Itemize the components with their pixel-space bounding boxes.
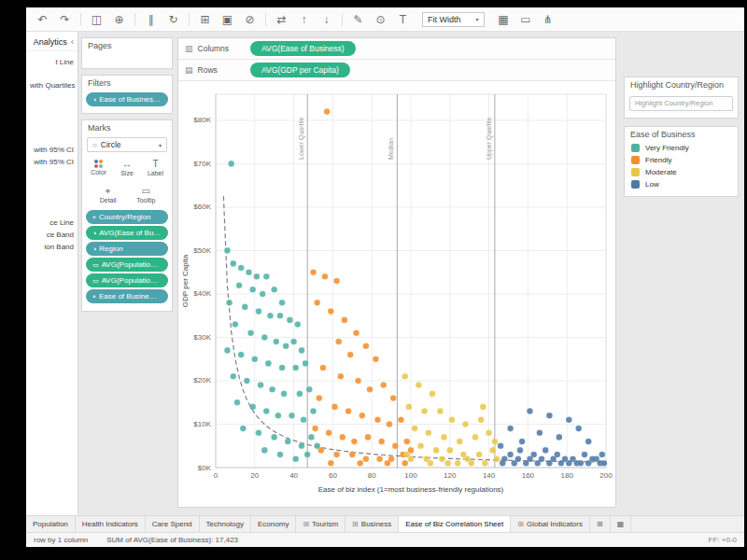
data-point[interactable] bbox=[247, 330, 254, 337]
data-point[interactable] bbox=[318, 447, 325, 454]
data-point[interactable] bbox=[322, 273, 329, 280]
data-point[interactable] bbox=[304, 452, 311, 458]
data-point[interactable] bbox=[308, 434, 315, 441]
data-point[interactable] bbox=[279, 300, 286, 306]
new-worksheet-tab-icon[interactable]: ⊞ bbox=[590, 516, 611, 532]
sheet-tab[interactable]: ⊞Business bbox=[345, 516, 399, 532]
data-point[interactable] bbox=[539, 455, 545, 462]
data-point[interactable] bbox=[249, 404, 256, 411]
add-data-icon[interactable]: ⊕ bbox=[112, 14, 126, 25]
highlight-icon[interactable]: ✎ bbox=[351, 14, 365, 25]
data-point[interactable] bbox=[478, 417, 485, 424]
data-point[interactable] bbox=[380, 382, 387, 388]
data-point[interactable] bbox=[439, 455, 445, 462]
data-point[interactable] bbox=[310, 408, 317, 414]
data-point[interactable] bbox=[285, 439, 291, 445]
data-point[interactable] bbox=[331, 404, 338, 411]
data-point[interactable] bbox=[447, 447, 454, 454]
data-point[interactable] bbox=[335, 339, 342, 345]
data-point[interactable] bbox=[355, 378, 361, 385]
data-point[interactable] bbox=[314, 300, 320, 306]
data-point[interactable] bbox=[310, 269, 317, 275]
data-point[interactable] bbox=[599, 452, 606, 458]
fit-dropdown[interactable]: Fit Width▾ bbox=[422, 12, 485, 27]
data-point[interactable] bbox=[224, 347, 231, 354]
data-point[interactable] bbox=[363, 455, 370, 462]
data-point[interactable] bbox=[462, 421, 469, 427]
analytics-item[interactable]: ce Band bbox=[26, 229, 78, 241]
data-point[interactable] bbox=[295, 321, 302, 328]
sheet-tab[interactable]: ⊞Tourism bbox=[296, 516, 345, 532]
data-point[interactable] bbox=[406, 404, 413, 411]
rows-pill[interactable]: AVG(GDP per Capita) bbox=[250, 63, 350, 77]
data-point[interactable] bbox=[437, 408, 444, 414]
data-point[interactable] bbox=[412, 426, 418, 432]
data-point[interactable] bbox=[287, 317, 293, 324]
analytics-item[interactable]: ce Line bbox=[26, 217, 78, 229]
data-point[interactable] bbox=[261, 447, 268, 454]
data-point[interactable] bbox=[575, 426, 582, 432]
data-point[interactable] bbox=[231, 373, 237, 380]
data-point[interactable] bbox=[492, 439, 499, 445]
data-point[interactable] bbox=[303, 360, 309, 367]
label-button[interactable]: TLabel bbox=[142, 155, 170, 180]
data-point[interactable] bbox=[482, 460, 488, 467]
highlight-input[interactable] bbox=[629, 96, 733, 111]
data-point[interactable] bbox=[507, 426, 514, 432]
share-icon[interactable]: ⋔ bbox=[542, 14, 556, 25]
data-point[interactable] bbox=[357, 460, 363, 467]
legend-item[interactable]: Friendly bbox=[625, 154, 738, 166]
data-point[interactable] bbox=[373, 356, 379, 362]
data-point[interactable] bbox=[416, 382, 422, 388]
data-point[interactable] bbox=[444, 460, 451, 467]
data-point[interactable] bbox=[297, 391, 303, 398]
data-point[interactable] bbox=[324, 108, 331, 115]
analytics-item[interactable]: with Quartiles bbox=[26, 79, 78, 91]
data-point[interactable] bbox=[441, 434, 447, 441]
clear-sheet-icon[interactable]: ⊘ bbox=[243, 14, 257, 25]
data-point[interactable] bbox=[585, 439, 592, 445]
data-point[interactable] bbox=[275, 413, 282, 419]
data-point[interactable] bbox=[328, 460, 334, 467]
legend-item[interactable]: Low bbox=[625, 178, 738, 190]
detail-button[interactable]: ⌖Detail bbox=[94, 182, 122, 207]
data-point[interactable] bbox=[374, 417, 381, 424]
run-update-icon[interactable]: ↻ bbox=[166, 14, 180, 25]
mark-type-dropdown[interactable]: ○ Circle ▾ bbox=[87, 137, 167, 152]
data-point[interactable] bbox=[449, 417, 456, 424]
marks-pill[interactable]: ▭AVG(Population (… bbox=[86, 273, 168, 287]
data-point[interactable] bbox=[271, 287, 277, 293]
data-point[interactable] bbox=[404, 452, 411, 458]
marks-pill[interactable]: ◑Region bbox=[86, 242, 168, 256]
data-point[interactable] bbox=[546, 413, 553, 419]
sort-ascending-icon[interactable]: ↑ bbox=[297, 14, 311, 25]
save-icon[interactable]: ◫ bbox=[90, 14, 104, 25]
data-point[interactable] bbox=[333, 452, 340, 458]
data-point[interactable] bbox=[601, 460, 608, 467]
rows-shelf[interactable]: ▤ Rows AVG(GDP per Capita) bbox=[178, 60, 615, 81]
redo-icon[interactable]: ↷ bbox=[58, 14, 72, 25]
filter-pill[interactable]: ◑ Ease of Business (cl.. bbox=[86, 92, 168, 106]
data-point[interactable] bbox=[224, 247, 231, 254]
data-point[interactable] bbox=[378, 439, 385, 445]
data-point[interactable] bbox=[363, 343, 370, 350]
analytics-item[interactable]: with 95% CI bbox=[26, 144, 78, 156]
data-point[interactable] bbox=[258, 382, 264, 388]
data-point[interactable] bbox=[244, 378, 250, 385]
data-point[interactable] bbox=[328, 308, 334, 315]
data-point[interactable] bbox=[550, 455, 557, 462]
data-point[interactable] bbox=[299, 442, 305, 449]
data-point[interactable] bbox=[290, 339, 297, 345]
data-point[interactable] bbox=[498, 442, 504, 449]
data-point[interactable] bbox=[283, 343, 289, 350]
sheet-tab[interactable]: Ease of Biz Correlation Sheet bbox=[399, 516, 511, 532]
data-point[interactable] bbox=[365, 434, 372, 441]
data-point[interactable] bbox=[338, 373, 345, 380]
data-point[interactable] bbox=[271, 434, 277, 441]
data-point[interactable] bbox=[486, 430, 492, 437]
data-point[interactable] bbox=[312, 426, 318, 432]
legend-item[interactable]: Very Friendly bbox=[625, 142, 738, 154]
data-point[interactable] bbox=[274, 339, 280, 345]
tooltip-button[interactable]: ▭Tooltip bbox=[132, 182, 160, 207]
data-point[interactable] bbox=[472, 434, 479, 441]
